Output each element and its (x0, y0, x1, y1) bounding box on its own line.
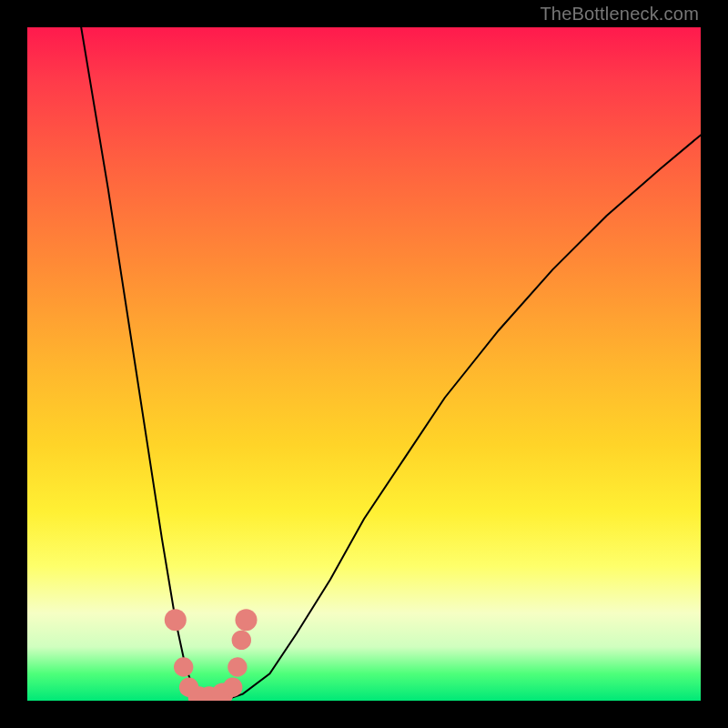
watermark-text: TheBottleneck.com (540, 4, 699, 25)
curve-marker (236, 609, 258, 631)
curve-marker (223, 678, 242, 697)
curve-marker (232, 631, 251, 650)
plot-area (27, 27, 701, 701)
curve-marker (228, 657, 247, 676)
curve-marker (174, 657, 193, 676)
chart-frame: TheBottleneck.com (0, 0, 728, 728)
curve-marker (165, 609, 187, 631)
bottleneck-curve (27, 27, 701, 701)
